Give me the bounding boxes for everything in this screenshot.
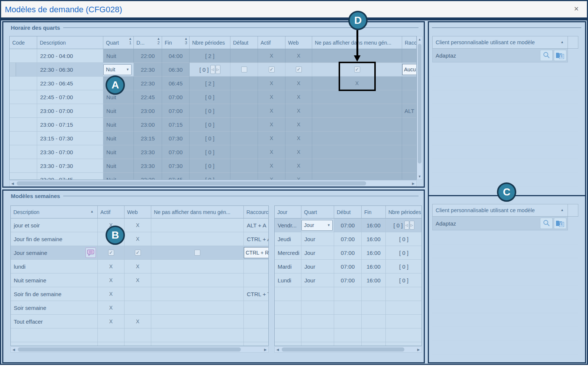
client-column-header[interactable]: Client personnalisable utilisant ce modè… <box>432 36 568 49</box>
checkbox[interactable]: ✓ <box>269 67 275 72</box>
search-icon[interactable] <box>540 218 553 229</box>
dropdown-editor[interactable]: Aucu <box>402 64 417 75</box>
checkbox[interactable] <box>194 250 200 256</box>
cell-debut: 23:30 <box>134 145 162 159</box>
spin-right-icon[interactable]: ▷ <box>216 65 220 74</box>
dropdown-arrow-icon[interactable]: ▼ <box>327 223 330 227</box>
dropdown-editor[interactable]: Nuit▼ <box>103 64 132 75</box>
table-row[interactable]: 23:30 - 07:45Nuit23:3007:45[ 0 ]XX <box>10 173 416 180</box>
table-row[interactable]: lundiXX <box>11 260 268 273</box>
dropdown-arrow-icon[interactable]: ▼ <box>126 68 129 71</box>
column-header[interactable]: Fin <box>362 206 386 218</box>
table-row[interactable]: 22:45 - 07:00Nuit22:4507:00[ 0 ]XX <box>10 90 416 104</box>
checkbox[interactable]: ✓ <box>108 250 114 256</box>
folder-search-icon[interactable] <box>554 218 566 229</box>
close-icon[interactable]: × <box>574 5 579 13</box>
table-row[interactable]: 23:15 - 07:30Nuit23:1507:30[ 0 ]XX <box>10 132 416 145</box>
days-hscrollbar[interactable]: ◀ ▶ <box>274 346 422 353</box>
dropdown-editor[interactable]: Jour▼ <box>301 220 333 231</box>
table-row-empty[interactable] <box>275 342 421 346</box>
cell-description: Jour semaine <box>11 246 98 260</box>
spinner-buttons[interactable]: ◁▷ <box>210 65 220 74</box>
table-row-empty[interactable] <box>275 287 421 301</box>
column-header[interactable]: Nbre périodes <box>190 36 230 49</box>
search-icon[interactable] <box>540 50 553 61</box>
scroll-left-icon[interactable]: ◀ <box>11 348 17 352</box>
table-row[interactable]: MardiJour07:0016:00[ 0 ] <box>275 260 421 273</box>
column-header[interactable]: Description <box>37 36 103 49</box>
empty-row-separator <box>432 131 578 132</box>
table-row-empty[interactable] <box>11 328 268 342</box>
client-row[interactable]: Adaptaz <box>432 217 568 230</box>
spin-left-icon[interactable]: ◁ <box>404 221 409 230</box>
cell-racc <box>244 273 269 287</box>
table-row-empty[interactable] <box>275 315 421 328</box>
cell-nepas <box>312 145 402 159</box>
scroll-left-icon[interactable]: ◀ <box>275 348 281 352</box>
scroll-down-icon[interactable]: ▼ <box>417 175 422 178</box>
column-header[interactable]: Défaut <box>230 36 258 49</box>
column-header[interactable]: Description▲ <box>11 206 98 218</box>
column-header[interactable]: Jour <box>275 206 301 218</box>
scrollbar-thumb[interactable] <box>17 181 366 185</box>
scrollbar-thumb[interactable] <box>282 347 404 352</box>
column-header[interactable]: D...▲2 <box>134 36 162 49</box>
table-row[interactable]: Tout effacerXX <box>11 315 268 328</box>
column-header[interactable]: Ne pas afficher dans menu gén... <box>151 206 244 218</box>
column-header[interactable]: Quart <box>301 206 334 218</box>
table-row-empty[interactable] <box>275 328 421 342</box>
spin-right-icon[interactable]: ▷ <box>410 221 414 230</box>
shift-table-hscrollbar[interactable]: ◀ ▶ <box>9 180 417 187</box>
column-header[interactable]: Actif <box>258 36 285 49</box>
scroll-right-icon[interactable]: ▶ <box>410 182 416 185</box>
scroll-left-icon[interactable]: ◀ <box>10 182 16 185</box>
column-header[interactable]: Début <box>334 206 362 218</box>
comment-icon[interactable] <box>85 247 96 258</box>
column-header[interactable]: Raccourc <box>244 206 269 218</box>
table-row[interactable]: Nuit semaineXX <box>11 273 268 287</box>
scroll-right-icon[interactable]: ▶ <box>416 348 421 352</box>
cell-quart: Jour▼ <box>301 218 334 232</box>
cell-quart: Jour <box>301 273 334 287</box>
table-row[interactable]: Soir semaineX <box>11 301 268 315</box>
shortcut-editor[interactable]: CTRL + R <box>244 247 269 258</box>
folder-search-icon[interactable] <box>554 50 566 61</box>
table-row[interactable]: Jour semaine✓✓CTRL + R <box>11 246 268 260</box>
scroll-up-icon[interactable]: ▲ <box>417 38 422 41</box>
checkbox[interactable]: ✓ <box>135 250 141 256</box>
scrollbar-thumb[interactable] <box>18 347 241 352</box>
table-row[interactable]: jour et soirXXALT + A <box>11 218 268 232</box>
table-row[interactable]: Soir fin de semaineXCTRL + T <box>11 287 268 301</box>
table-row[interactable]: Vendr...Jour▼07:0016:00[ 0 ]◁▷ <box>275 218 421 232</box>
cell-empty <box>334 342 362 346</box>
cell-defaut <box>230 63 258 77</box>
client-row[interactable]: Adaptaz <box>432 49 568 62</box>
scrollbar-thumb[interactable] <box>418 44 421 163</box>
table-row-empty[interactable] <box>11 342 268 346</box>
column-header[interactable]: Code <box>10 36 37 49</box>
table-row[interactable]: 23:30 - 07:30Nuit23:3007:30[ 0 ]XX <box>10 159 416 173</box>
column-header[interactable]: Web <box>125 206 151 218</box>
column-header[interactable]: Racc <box>402 36 417 49</box>
column-header[interactable]: Web <box>285 36 312 49</box>
table-row[interactable]: JeudiJour07:0016:00[ 0 ] <box>275 232 421 246</box>
spin-left-icon[interactable]: ◁ <box>210 65 215 74</box>
spinner-buttons[interactable]: ◁▷ <box>404 221 414 230</box>
table-row[interactable]: 23:30 - 07:00Nuit23:3007:00[ 0 ]XX <box>10 145 416 159</box>
client-column-header[interactable]: Client personnalisable utilisant ce modè… <box>432 204 568 217</box>
table-row[interactable]: Jour fin de semaineXXCTRL + A <box>11 232 268 246</box>
shift-table-vscrollbar[interactable]: ▲ ▼ <box>417 36 423 180</box>
checkbox[interactable] <box>241 67 247 72</box>
table-row[interactable]: MercrediJour07:0016:00[ 0 ] <box>275 246 421 260</box>
table-row-empty[interactable] <box>275 301 421 315</box>
column-header[interactable]: Quart▲1 <box>103 36 134 49</box>
table-row[interactable]: LundiJour07:0016:00[ 0 ] <box>275 273 421 287</box>
column-header[interactable]: Actif <box>98 206 125 218</box>
checkbox[interactable]: ✓ <box>296 67 302 72</box>
column-header[interactable]: Fin▲3 <box>162 36 190 49</box>
scroll-right-icon[interactable]: ▶ <box>262 348 268 352</box>
table-row[interactable]: 23:00 - 07:15Nuit23:0007:15[ 0 ]XX <box>10 118 416 132</box>
templates-hscrollbar[interactable]: ◀ ▶ <box>10 346 269 353</box>
column-header[interactable]: Nbre périodes <box>386 206 422 218</box>
table-row[interactable]: 23:00 - 07:00Nuit23:0007:00[ 0 ]XXALT <box>10 104 416 118</box>
